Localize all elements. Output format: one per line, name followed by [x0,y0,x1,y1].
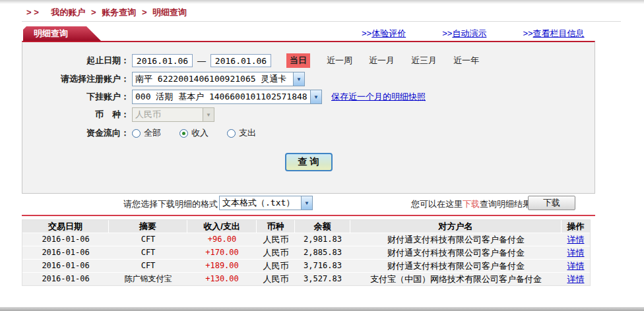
detail-link[interactable]: 详情 [567,248,585,258]
quick-range-link[interactable]: 近一周 [327,55,352,67]
table-header-cell: 操作 [562,220,590,233]
cell-summary: CFT [109,260,187,272]
breadcrumb-item: > 明细查询 [139,7,187,17]
breadcrumb-link[interactable]: 明细查询 [152,7,187,17]
date-range-label: 起止日期： [29,55,129,67]
download-inline-link[interactable]: 下载 [463,199,480,209]
cell-amount: +170.00 [187,246,257,259]
quick-range-link[interactable]: 当日 [286,53,310,68]
flow-radio-group: 全部 收入 支出 [132,127,274,139]
breadcrumb-divider [22,21,621,22]
table-header-cell: 收入/支出 [187,220,257,233]
top-link[interactable]: >>体验评价 [362,28,406,40]
radio-icon [179,129,188,138]
breadcrumb: > > 我的账户 > 账务查询 > 明细查询 [23,7,187,18]
date-to-input[interactable] [210,54,271,67]
tab-detail-query[interactable]: 明细查询 [23,26,101,41]
top-link[interactable]: >>查看栏目信息 [523,28,584,40]
table-header-cell: 交易日期 [22,220,109,233]
cell-currency: 人民币 [257,246,295,259]
breadcrumb-item: 我的账户 [44,7,88,17]
query-button[interactable]: 查 询 [285,153,333,171]
table-row: 2016-01-06 CFT +189.00 人民币 3,716.83 财付通支… [22,260,590,273]
cell-currency: 人民币 [257,233,295,246]
cell-date: 2016-01-06 [22,273,109,285]
currency-select: 人民币 ▼ [132,107,214,122]
transactions-table: 交易日期摘要收入/支出币种余额对方户名操作 2016-01-06 CFT +96… [22,219,591,286]
flow-direction-label: 资金流向： [29,127,129,139]
flow-radio-option[interactable]: 支出 [227,127,256,139]
breadcrumb-link[interactable]: 我的账户 [51,7,85,17]
cell-counterparty: 财付通支付科技有限公司客户备付金 [350,260,562,272]
download-button[interactable]: 下载 [528,196,575,210]
radio-icon [227,129,236,138]
link-arrows: >> [442,28,452,38]
chevron-down-icon: ▼ [293,72,304,86]
detail-link[interactable]: 详情 [567,261,585,271]
table-body: 2016-01-06 CFT +96.00 人民币 2,981.83 财付通支付… [22,233,590,285]
detail-link[interactable]: 详情 [567,274,585,284]
table-row: 2016-01-06 陈广锦支付宝 +130.00 人民币 3,527.83 支… [22,273,590,285]
table-header-cell: 对方户名 [350,220,562,233]
quick-range-link[interactable]: 近一月 [369,55,395,67]
sub-account-select[interactable]: 000 活期 基本户 1406600101102571848 ▼ [132,90,322,104]
table-row: 2016-01-06 CFT +170.00 人民币 2,885.83 财付通支… [22,246,590,260]
register-account-row: 请选择注册账户： 南平 6222001406100921065 灵通卡 ▼ [29,72,591,86]
top-links: >>体验评价 >>自动演示 >>查看栏目信息 [362,28,585,40]
date-from-input[interactable] [132,54,193,67]
detail-link[interactable]: 详情 [567,235,585,244]
cell-balance: 3,527.83 [295,273,350,285]
cell-date: 2016-01-06 [22,260,109,272]
cell-amount: +96.00 [187,233,257,246]
cell-balance: 2,981.83 [295,233,350,246]
register-account-label: 请选择注册账户： [29,73,129,85]
table-header-row: 交易日期摘要收入/支出币种余额对方户名操作 [22,220,590,233]
table-header-cell: 余额 [295,220,350,233]
sub-account-value: 000 活期 基本户 1406600101102571848 [133,91,310,103]
flow-direction-row: 资金流向： 全部 收入 支出 [29,126,591,140]
link-arrows: >> [362,28,371,38]
register-account-select[interactable]: 南平 6222001406100921065 灵通卡 ▼ [132,72,305,86]
bottom-gray-bar [0,307,644,311]
cell-counterparty: 财付通支付科技有限公司客户备付金 [350,246,562,259]
table-header-cell: 摘要 [109,220,187,233]
link-arrows: >> [523,28,532,38]
quick-range-link[interactable]: 近一年 [453,55,479,67]
breadcrumb-prefix: > > [26,7,39,17]
table-header-cell: 币种 [257,220,295,233]
sub-account-label: 下挂账户： [29,91,129,103]
breadcrumb-separator: > [142,7,147,17]
currency-row: 币 种： 人民币 ▼ [29,107,591,122]
cell-amount: +189.00 [187,260,257,272]
query-form-panel: 起止日期： — 当日近一周近一月近三月近一年 请选择注册账户： 南平 62220… [22,41,595,194]
cell-counterparty: 支付宝（中国）网络技术有限公司客户备付金 [350,273,562,285]
cell-balance: 3,716.83 [295,260,350,272]
currency-value: 人民币 [133,109,203,121]
cell-summary: CFT [109,233,187,246]
download-format-label: 请您选择下载明细的格式 [22,198,218,210]
flow-radio-option[interactable]: 收入 [179,127,209,139]
chevron-down-icon: ▼ [310,90,321,103]
table-top-red-line [22,215,595,216]
flow-radio-option[interactable]: 全部 [132,127,161,139]
chevron-down-icon: ▼ [203,108,214,121]
top-link[interactable]: >>自动演示 [442,28,486,40]
quick-range-link[interactable]: 近三月 [411,55,437,67]
register-account-value: 南平 6222001406100921065 灵通卡 [133,73,293,85]
download-row: 请您选择下载明细的格式 文本格式（.txt） ▼ 您可以在这里下载查询明细结果 … [22,196,595,212]
download-format-select[interactable]: 文本格式（.txt） ▼ [219,196,313,210]
chevron-down-icon: ▼ [301,196,312,210]
radio-icon [132,129,141,138]
snapshot-link[interactable]: 保存近一个月的明细快照 [331,91,426,103]
cell-summary: CFT [109,246,187,259]
quick-range-group: 当日近一周近一月近三月近一年 [274,53,479,68]
breadcrumb-separator: > [91,7,96,17]
date-dash: — [197,56,206,66]
cell-counterparty: 财付通支付科技有限公司客户备付金 [350,233,562,246]
table-row: 2016-01-06 CFT +96.00 人民币 2,981.83 财付通支付… [22,233,590,246]
download-format-value: 文本格式（.txt） [220,197,301,209]
breadcrumb-link[interactable]: 账务查询 [102,7,136,17]
cell-date: 2016-01-06 [22,233,109,246]
cell-date: 2016-01-06 [22,246,109,259]
breadcrumb-item: > 账务查询 [88,7,139,17]
